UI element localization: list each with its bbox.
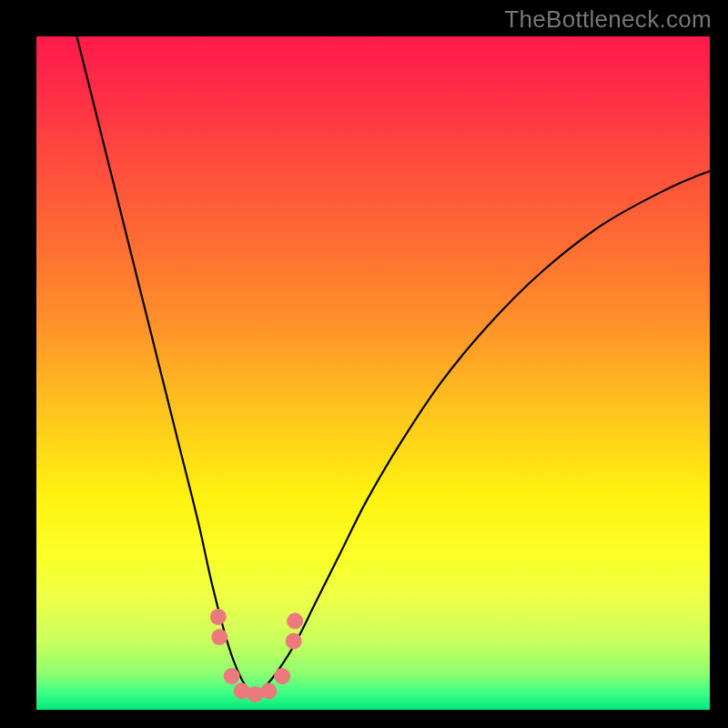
marker-dot (211, 629, 228, 645)
marker-dot (274, 668, 290, 684)
plot-area (36, 36, 710, 710)
marker-group (210, 609, 303, 703)
watermark-text: TheBottleneck.com (504, 5, 712, 34)
marker-dot (210, 609, 227, 625)
curve-layer (36, 36, 710, 710)
marker-dot (286, 633, 302, 650)
marker-dot (224, 668, 240, 684)
left-branch-path (76, 36, 255, 693)
chart-frame: TheBottleneck.com (0, 0, 728, 728)
marker-dot (287, 612, 303, 629)
marker-dot (260, 682, 277, 699)
right-branch-path (256, 171, 711, 693)
